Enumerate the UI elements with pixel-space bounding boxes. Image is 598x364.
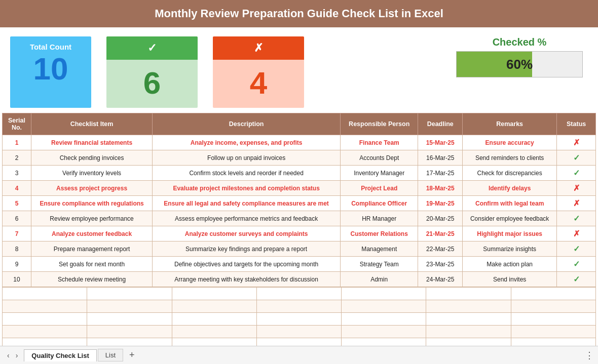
- cell-person: Inventory Manager: [341, 166, 418, 181]
- cell-desc: Assess employee performance metrics and …: [153, 211, 341, 226]
- cell-deadline: 15-Mar-25: [418, 135, 463, 150]
- cell-person: Admin: [341, 272, 418, 287]
- cell-item: Set goals for next month: [31, 257, 152, 272]
- cell-desc: Ensure all legal and safety compliance m…: [153, 196, 341, 211]
- cell-serial: 8: [3, 241, 31, 257]
- x-value: 4: [213, 60, 304, 108]
- cell-deadline: 23-Mar-25: [418, 257, 463, 272]
- cell-status: ✓: [557, 257, 596, 272]
- col-header-status: Status: [557, 113, 596, 135]
- pct-card: Checked % 60%: [319, 36, 588, 108]
- table-row: 10 Schedule review meeting Arrange meeti…: [3, 272, 596, 287]
- cell-deadline: 19-Mar-25: [418, 196, 463, 211]
- cell-person: Customer Relations: [341, 226, 418, 241]
- table-row: 9 Set goals for next month Define object…: [3, 257, 596, 272]
- cell-item: Verify inventory levels: [31, 166, 152, 181]
- pct-value: 60%: [457, 57, 582, 72]
- cell-serial: 5: [3, 196, 31, 211]
- table-row: 5 Ensure compliance with regulations Ens…: [3, 196, 596, 211]
- cell-desc: Analyze income, expenses, and profits: [153, 135, 341, 150]
- cell-deadline: 17-Mar-25: [418, 166, 463, 181]
- cell-remarks: Confirm with legal team: [463, 196, 557, 211]
- col-header-desc: Description: [153, 113, 341, 135]
- cell-serial: 9: [3, 257, 31, 272]
- cell-desc: Arrange meeting with key stakeholders fo…: [153, 272, 341, 287]
- cell-desc: Follow up on unpaid invoices: [153, 150, 341, 166]
- table-wrap: Serial No. Checklist Item Description Re…: [0, 113, 598, 351]
- table-row: 8 Prepare management report Summarize ke…: [3, 241, 596, 257]
- nav-prev-button[interactable]: ‹: [4, 350, 13, 360]
- cell-person: Strategy Team: [341, 257, 418, 272]
- check-icon: ✓: [106, 36, 198, 60]
- cell-status: ✗: [557, 196, 596, 211]
- nav-next-button[interactable]: ›: [13, 350, 21, 360]
- cell-person: Finance Team: [341, 135, 418, 150]
- cell-item: Prepare management report: [31, 241, 152, 257]
- cell-desc: Analyze customer surveys and complaints: [153, 226, 341, 241]
- cell-serial: 1: [3, 135, 31, 150]
- table-row: 7 Analyze customer feedback Analyze cust…: [3, 226, 596, 241]
- pct-bar-container: 60%: [456, 51, 583, 77]
- cell-remarks: Check for discrepancies: [463, 166, 557, 181]
- cell-serial: 4: [3, 181, 31, 196]
- tab-list[interactable]: List: [98, 349, 123, 361]
- cell-remarks: Identify delays: [463, 181, 557, 196]
- tab-quality-check-list[interactable]: Quality Check List: [24, 349, 96, 361]
- cell-deadline: 16-Mar-25: [418, 150, 463, 166]
- cell-person: HR Manager: [341, 211, 418, 226]
- cell-status: ✗: [557, 226, 596, 241]
- cell-remarks: Make action plan: [463, 257, 557, 272]
- col-header-person: Responsible Person: [341, 113, 418, 135]
- cell-item: Ensure compliance with regulations: [31, 196, 152, 211]
- cell-status: ✗: [557, 181, 596, 196]
- x-icon: ✗: [213, 36, 304, 60]
- cell-item: Schedule review meeting: [31, 272, 152, 287]
- cell-serial: 10: [3, 272, 31, 287]
- col-header-deadline: Deadline: [418, 113, 463, 135]
- table-row: 6 Review employee performance Assess emp…: [3, 211, 596, 226]
- cell-serial: 3: [3, 166, 31, 181]
- cell-person: Project Lead: [341, 181, 418, 196]
- cell-status: ✓: [557, 241, 596, 257]
- tab-add-button[interactable]: +: [126, 350, 138, 360]
- cell-status: ✓: [557, 166, 596, 181]
- cell-remarks: Consider employee feedback: [463, 211, 557, 226]
- cell-item: Check pending invoices: [31, 150, 152, 166]
- cell-remarks: Send reminders to clients: [463, 150, 557, 166]
- check-card: ✓ 6: [106, 36, 198, 108]
- table-row: 2 Check pending invoices Follow up on un…: [3, 150, 596, 166]
- cell-deadline: 20-Mar-25: [418, 211, 463, 226]
- pct-label: Checked %: [456, 36, 583, 48]
- cell-remarks: Highlight major issues: [463, 226, 557, 241]
- table-header: Serial No. Checklist Item Description Re…: [3, 113, 596, 135]
- table-row: 3 Verify inventory levels Confirm stock …: [3, 166, 596, 181]
- total-count-card: Total Count 10: [10, 36, 91, 108]
- tab-more-button[interactable]: ⋮: [585, 350, 594, 361]
- total-count-value: 10: [15, 53, 86, 85]
- cell-remarks: Send invites: [463, 272, 557, 287]
- table-row: 4 Assess project progress Evaluate proje…: [3, 181, 596, 196]
- cell-person: Accounts Dept: [341, 150, 418, 166]
- cell-deadline: 24-Mar-25: [418, 272, 463, 287]
- cell-desc: Summarize key findings and prepare a rep…: [153, 241, 341, 257]
- cell-remarks: Ensure accuracy: [463, 135, 557, 150]
- cell-person: Management: [341, 241, 418, 257]
- cell-status: ✓: [557, 211, 596, 226]
- checklist-table: Serial No. Checklist Item Description Re…: [2, 113, 596, 287]
- col-header-item: Checklist Item: [31, 113, 152, 135]
- cell-deadline: 21-Mar-25: [418, 226, 463, 241]
- col-header-remarks: Remarks: [463, 113, 557, 135]
- x-card: ✗ 4: [213, 36, 304, 108]
- total-count-label: Total Count: [15, 43, 86, 51]
- empty-table: [2, 287, 596, 351]
- cell-status: ✓: [557, 272, 596, 287]
- cell-item: Review financial statements: [31, 135, 152, 150]
- cell-deadline: 18-Mar-25: [418, 181, 463, 196]
- bottom-bar: ‹ › Quality Check List List + ⋮: [0, 346, 598, 364]
- cell-serial: 6: [3, 211, 31, 226]
- table-body: 1 Review financial statements Analyze in…: [3, 135, 596, 287]
- table-row: 1 Review financial statements Analyze in…: [3, 135, 596, 150]
- cell-person: Compliance Officer: [341, 196, 418, 211]
- cell-deadline: 22-Mar-25: [418, 241, 463, 257]
- cell-item: Review employee performance: [31, 211, 152, 226]
